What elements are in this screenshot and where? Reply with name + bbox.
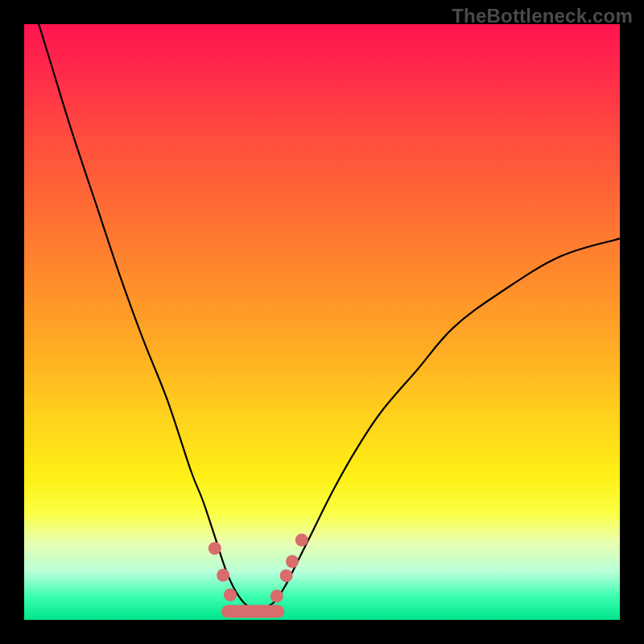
highlight-marker xyxy=(217,569,229,582)
plot-area xyxy=(24,24,620,620)
highlight-marker xyxy=(286,555,299,568)
bottleneck-curve-line xyxy=(24,24,620,609)
highlight-marker xyxy=(295,534,308,547)
highlight-marker xyxy=(208,542,221,555)
chart-stage: TheBottleneck.com xyxy=(0,0,644,644)
watermark-text: TheBottleneck.com xyxy=(452,5,633,27)
highlight-marker xyxy=(224,588,237,601)
marker-group xyxy=(208,534,308,603)
bottleneck-chart-svg xyxy=(24,24,620,620)
highlight-marker xyxy=(270,589,283,602)
highlight-marker xyxy=(280,569,293,582)
